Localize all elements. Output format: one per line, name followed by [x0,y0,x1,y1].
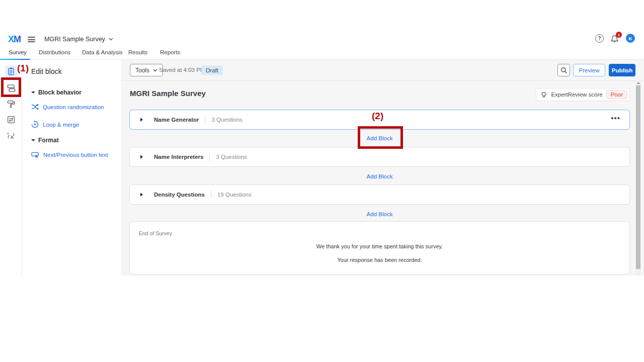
button-cursor-icon [31,151,39,158]
survey-title: MGRI Sample Survey [130,89,206,98]
expand-caret-icon[interactable] [140,118,143,122]
chevron-down-icon [109,38,113,41]
loop-icon [31,121,39,128]
block-options-menu[interactable]: ••• [611,114,620,122]
xm-logo: XM [8,34,21,45]
section-label: Format [38,137,59,144]
block-name: Name Generator [154,117,199,123]
divider [211,191,211,199]
link-label: Question randomization [43,104,104,110]
look-and-feel-tool[interactable] [5,98,17,110]
survey-name-dropdown[interactable]: MGRI Sample Survey [44,36,113,43]
editor-body: * A Edit block Block behavior [0,60,644,276]
notifications-button[interactable]: 1 [610,34,619,43]
survey-builder-icon [7,67,16,76]
panel-title: Edit block [31,67,62,75]
question-randomization-link[interactable]: Question randomization [31,104,104,110]
block-question-count: 3 Questions [216,154,247,160]
divider [205,116,205,124]
qualtrics-survey-editor: XM MGRI Sample Survey ? 1 K Survey Distr… [0,0,644,362]
publish-button[interactable]: Publish [609,64,635,76]
survey-canvas: Tools Saved at 4:03 PM Draft Preview Pub… [121,60,644,276]
link-label: Loop & merge [43,122,79,128]
section-block-behavior[interactable]: Block behavior [31,89,82,96]
translations-icon: * A [7,131,16,140]
end-of-survey-label: End of Survey [139,230,172,236]
paint-roller-icon [7,100,16,109]
shuffle-icon [31,104,39,110]
main-nav-tabs: Survey Distributions Data & Analysis Res… [0,48,644,60]
hamburger-menu-icon[interactable] [28,37,35,42]
edit-block-panel: Edit block Block behavior Question rando… [23,60,121,276]
add-block-row: Add Block [129,173,630,179]
scrollbar-thumb[interactable] [636,85,640,269]
section-label: Block behavior [38,89,82,96]
next-previous-button-text-link[interactable]: Next/Previous button text [31,151,108,158]
expert-review-score-badge: Poor [606,90,627,99]
block-name: Name Interpreters [154,154,203,160]
caret-down-icon [31,92,35,94]
user-avatar[interactable]: K [626,34,635,43]
add-block-button[interactable]: Add Block [367,211,393,217]
help-icon[interactable]: ? [595,34,604,43]
tab-reports[interactable]: Reports [160,49,180,55]
block-question-count: 3 Questions [211,117,242,123]
block-name: Density Questions [154,192,205,198]
add-block-button[interactable]: Add Block [367,173,393,179]
translations-tool[interactable]: * A [5,130,17,142]
scroll-up-arrow-icon[interactable] [637,82,640,84]
tab-data-analysis[interactable]: Data & Analysis [82,49,123,55]
expand-caret-icon[interactable] [140,193,143,197]
annotation-step-1: (1) [17,63,29,74]
block-card-density-questions[interactable]: Density Questions 19 Questions [129,185,630,205]
draft-badge: Draft [201,65,223,75]
annotation-box-1 [1,77,21,97]
end-of-survey-card[interactable]: End of Survey We thank you for your time… [129,221,630,275]
search-button[interactable] [557,64,570,76]
annotation-step-2: (2) [372,111,383,122]
expert-review-label: ExpertReview score [551,92,602,98]
toolbar-divider [121,80,644,81]
end-of-survey-message: Your response has been recorded. [130,257,629,263]
tab-results[interactable]: Results [128,49,147,55]
survey-name-label: MGRI Sample Survey [44,36,105,43]
block-card-name-interpreters[interactable]: Name Interpreters 3 Questions [129,147,630,167]
link-label: Next/Previous button text [43,152,108,158]
block-question-count: 19 Questions [217,192,252,198]
chevron-down-icon [153,69,157,72]
saved-status: Saved at 4:03 PM [159,67,205,73]
section-format[interactable]: Format [31,137,59,144]
vertical-scrollbar[interactable] [635,80,641,276]
loop-merge-link[interactable]: Loop & merge [31,121,79,128]
end-of-survey-message: We thank you for your time spent taking … [130,243,629,249]
tools-label: Tools [135,67,149,74]
tab-distributions[interactable]: Distributions [39,49,70,55]
search-icon [560,67,568,74]
preview-button[interactable]: Preview [573,64,605,76]
top-bar: XM MGRI Sample Survey ? 1 K [0,31,644,48]
expert-review-widget[interactable]: ExpertReview score Poor [536,88,630,101]
caret-down-icon [31,139,35,141]
survey-builder-tool[interactable] [5,65,17,77]
annotation-box-2 [358,126,403,149]
lightbulb-icon [540,91,547,99]
expand-caret-icon[interactable] [140,155,143,159]
tab-survey[interactable]: Survey [9,49,27,55]
survey-flow-tool[interactable] [5,114,17,126]
add-block-row: Add Block [129,211,630,217]
tools-dropdown[interactable]: Tools [130,64,163,76]
divider [209,153,210,161]
survey-flow-icon [7,115,16,124]
notification-badge: 1 [616,32,622,38]
